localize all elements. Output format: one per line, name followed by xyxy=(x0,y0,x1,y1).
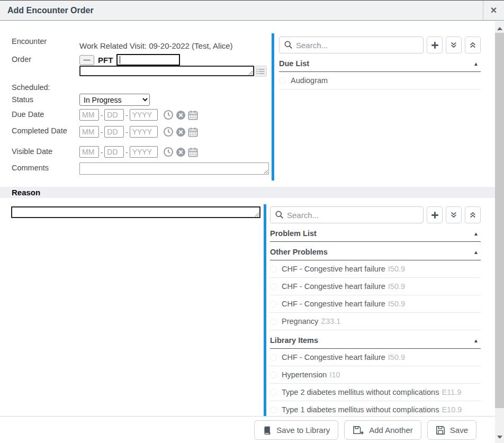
due-date-icons xyxy=(163,110,198,120)
list-item-code: I50.9 xyxy=(388,282,405,291)
due-list-search-input[interactable] xyxy=(279,37,424,53)
list-item-label: Type 1 diabetes mellitus without complic… xyxy=(282,405,439,414)
list-item-label: Type 2 diabetes mellitus without complic… xyxy=(282,388,439,396)
completed-date-dd-input[interactable] xyxy=(104,126,124,138)
list-item[interactable]: CHF - Congestive heart failure I50.9 xyxy=(270,349,481,366)
reason-panel-accent-bar xyxy=(264,204,266,416)
list-item[interactable]: Hypertension I10 xyxy=(270,366,481,384)
clear-date-icon[interactable] xyxy=(176,110,186,120)
encounter-label: Encounter xyxy=(12,37,71,46)
order-search-input[interactable] xyxy=(116,54,180,66)
list-item-code: I10 xyxy=(329,370,340,379)
problem-list-title: Problem List xyxy=(270,229,317,238)
list-icon xyxy=(256,68,265,75)
library-items-title: Library Items xyxy=(270,336,318,345)
list-item-label: Audiogram xyxy=(291,76,328,85)
clock-icon[interactable] xyxy=(163,147,174,157)
clear-date-icon[interactable] xyxy=(176,147,186,157)
clock-icon[interactable] xyxy=(163,126,174,137)
book-icon xyxy=(263,426,272,435)
list-item[interactable]: CHF - Congestive heart failure I50.9 xyxy=(270,295,481,313)
order-secondary-input[interactable] xyxy=(79,66,254,76)
problem-list-panel: Problem List ▲ Other Problems ▲ CHF - Co… xyxy=(270,204,481,416)
save-to-library-button[interactable]: Save to Library xyxy=(254,420,338,440)
due-list-title: Due List xyxy=(279,59,309,68)
list-item[interactable]: CHF - Congestive heart failure I50.9 xyxy=(270,260,481,278)
vertical-scrollbar[interactable] xyxy=(495,21,504,443)
date-separator: - xyxy=(125,111,128,119)
scroll-down-button[interactable] xyxy=(495,432,504,441)
list-item-label: CHF - Congestive heart failure xyxy=(282,265,385,273)
list-item[interactable]: Type 1 diabetes mellitus without complic… xyxy=(270,401,481,416)
radio-icon xyxy=(270,283,277,290)
visible-date-mm-input[interactable] xyxy=(79,146,99,158)
calendar-icon[interactable] xyxy=(188,127,198,137)
scheduled-label: Scheduled: xyxy=(12,83,71,92)
visible-date-group: - - xyxy=(79,146,198,158)
order-list-button[interactable] xyxy=(254,66,267,77)
list-item[interactable]: CHF - Congestive heart failure I50.9 xyxy=(270,278,481,295)
due-list-header[interactable]: Due List ▲ xyxy=(279,59,481,72)
double-chevron-down-icon xyxy=(450,211,457,219)
library-items: CHF - Congestive heart failure I50.9 Hyp… xyxy=(270,349,481,416)
collapse-arrow-icon[interactable]: ▲ xyxy=(473,249,481,255)
list-item-code: E10.9 xyxy=(442,405,462,414)
visible-date-dd-input[interactable] xyxy=(104,146,124,158)
due-list-searchbox xyxy=(279,37,424,53)
collapse-all-button[interactable] xyxy=(465,37,481,53)
add-another-button[interactable]: Add Another xyxy=(344,420,421,440)
search-icon xyxy=(284,40,293,49)
problem-list-header[interactable]: Problem List ▲ xyxy=(270,229,481,242)
library-items-header[interactable]: Library Items ▲ xyxy=(270,336,481,349)
list-item[interactable]: Pregnancy Z33.1 xyxy=(270,313,481,330)
scroll-up-icon xyxy=(497,27,502,30)
due-date-group: - - xyxy=(79,109,198,121)
other-problems-header[interactable]: Other Problems ▲ xyxy=(270,248,481,260)
collapse-arrow-icon[interactable]: ▲ xyxy=(473,61,481,67)
dialog-footer: Save to Library Add Another Save xyxy=(0,416,495,443)
other-problems-items: CHF - Congestive heart failure I50.9 CHF… xyxy=(270,260,481,330)
dialog-titlebar: Add Encounter Order ✕ xyxy=(0,1,504,21)
save-label: Save xyxy=(450,426,468,435)
list-item-label: Pregnancy xyxy=(282,317,318,326)
completed-date-yyyy-input[interactable] xyxy=(130,126,158,138)
completed-date-icons xyxy=(163,126,198,137)
collapse-arrow-icon[interactable]: ▲ xyxy=(473,231,481,237)
expand-all-button[interactable] xyxy=(446,206,462,223)
close-button[interactable]: ✕ xyxy=(483,1,504,20)
visible-date-yyyy-input[interactable] xyxy=(130,146,158,158)
status-select[interactable]: In Progress xyxy=(79,94,150,106)
scroll-up-button[interactable] xyxy=(495,24,504,33)
expand-all-button[interactable] xyxy=(446,37,462,53)
remove-order-button[interactable]: — xyxy=(79,55,94,65)
comments-input[interactable] xyxy=(79,162,269,175)
calendar-icon[interactable] xyxy=(188,110,198,120)
due-date-mm-input[interactable] xyxy=(79,109,99,121)
due-date-yyyy-input[interactable] xyxy=(130,109,158,121)
list-item[interactable]: Type 2 diabetes mellitus without complic… xyxy=(270,384,481,401)
due-list-items: Audiogram xyxy=(279,72,481,89)
encounter-value: Work Related Visit: 09-20-2022 (Test, Al… xyxy=(79,41,233,50)
list-item[interactable]: Audiogram xyxy=(279,72,481,89)
add-problem-button[interactable] xyxy=(427,206,443,223)
date-separator: - xyxy=(125,148,128,156)
save-to-library-label: Save to Library xyxy=(276,426,330,435)
add-item-button[interactable] xyxy=(427,37,443,53)
collapse-all-button[interactable] xyxy=(465,206,481,223)
order-chip: PFT xyxy=(98,56,113,65)
due-date-dd-input[interactable] xyxy=(104,109,124,121)
list-item-code: E11.9 xyxy=(442,388,461,396)
collapse-arrow-icon[interactable]: ▲ xyxy=(473,338,481,343)
save-button[interactable]: Save xyxy=(427,420,476,440)
radio-icon xyxy=(270,389,277,396)
clock-icon[interactable] xyxy=(163,110,174,120)
reason-section-bar: Reason xyxy=(0,187,495,198)
clear-date-icon[interactable] xyxy=(176,127,186,137)
reason-input[interactable] xyxy=(11,206,260,218)
completed-date-mm-input[interactable] xyxy=(79,126,99,138)
radio-icon xyxy=(270,318,277,325)
problem-search-input[interactable] xyxy=(270,206,424,223)
calendar-icon[interactable] xyxy=(188,147,198,157)
completed-date-group: - - xyxy=(79,126,198,138)
scrollbar-thumb[interactable] xyxy=(495,33,504,408)
